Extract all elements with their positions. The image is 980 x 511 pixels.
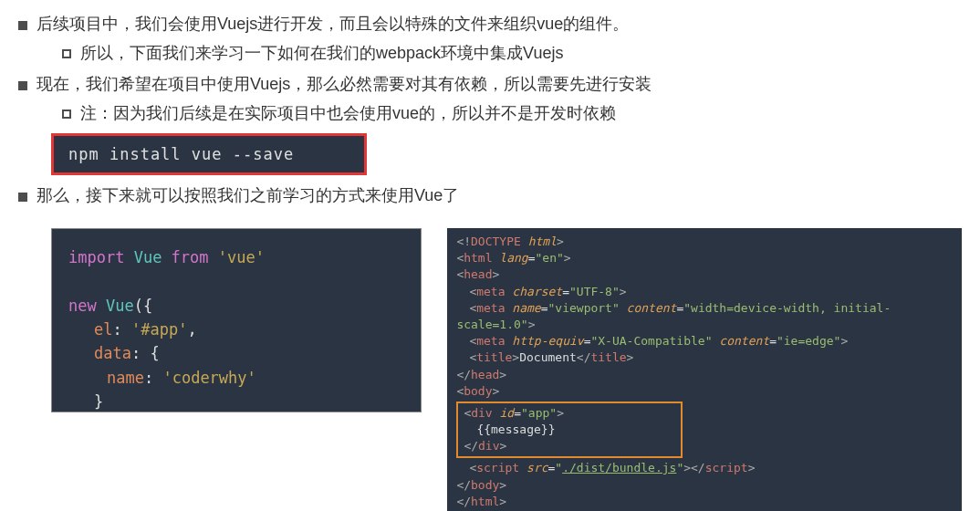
sym-vue: Vue [124, 248, 171, 266]
bullet-2-text: 现在，我们希望在项目中使用Vuejs，那么必然需要对其有依赖，所以需要先进行安装 [36, 73, 652, 95]
bullet-1-text: 后续项目中，我们会使用Vuejs进行开发，而且会以特殊的文件来组织vue的组件。 [36, 13, 629, 35]
mustache-text: {{message}} [476, 422, 555, 436]
hollow-square-bullet-icon [62, 49, 71, 58]
hollow-square-bullet-icon [62, 110, 71, 119]
command-box-wrap: npm install vue --save [51, 133, 962, 175]
bullet-2: 现在，我们希望在项目中使用Vuejs，那么必然需要对其有依赖，所以需要先进行安装 [18, 73, 962, 95]
code-block-html: <!DOCTYPE html> <html lang="en"> <head> … [447, 228, 962, 511]
bullet-3: 那么，接下来就可以按照我们之前学习的方式来使用Vue了 [18, 184, 962, 206]
sym-vue2: Vue [97, 297, 134, 315]
command-box: npm install vue --save [51, 133, 367, 175]
str-coderwhy: 'coderwhy' [162, 369, 255, 387]
square-bullet-icon [18, 81, 27, 90]
paren: ({ [134, 297, 152, 315]
kw-from: from [172, 248, 209, 266]
square-bullet-icon [18, 193, 27, 202]
key-el: el [94, 320, 112, 339]
str-vue: 'vue' [218, 248, 265, 266]
kw-import: import [68, 248, 124, 266]
bullet-1a: 所以，下面我们来学习一下如何在我们的webpack环境中集成Vuejs [62, 42, 962, 64]
key-name: name [107, 369, 144, 387]
bullet-1: 后续项目中，我们会使用Vuejs进行开发，而且会以特殊的文件来组织vue的组件。 [18, 13, 962, 35]
kw-new: new [68, 297, 97, 315]
bullet-2a: 注：因为我们后续是在实际项目中也会使用vue的，所以并不是开发时依赖 [62, 102, 962, 124]
bullet-1a-text: 所以，下面我们来学习一下如何在我们的webpack环境中集成Vuejs [80, 42, 563, 64]
code-blocks-row: import Vue from 'vue' new Vue({ el: '#ap… [51, 228, 962, 511]
bullet-3-text: 那么，接下来就可以按照我们之前学习的方式来使用Vue了 [36, 184, 459, 206]
str-app: '#app' [131, 320, 187, 339]
code-block-js: import Vue from 'vue' new Vue({ el: '#ap… [51, 228, 422, 412]
square-bullet-icon [18, 21, 27, 30]
bullet-2a-text: 注：因为我们后续是在实际项目中也会使用vue的，所以并不是开发时依赖 [80, 102, 616, 124]
highlighted-html-box: <div id="app"> {{message}} </div> [456, 402, 683, 459]
command-text: npm install vue --save [68, 145, 294, 163]
script-src-path: ./dist/bundle.js [562, 461, 676, 474]
key-data: data [94, 344, 131, 362]
